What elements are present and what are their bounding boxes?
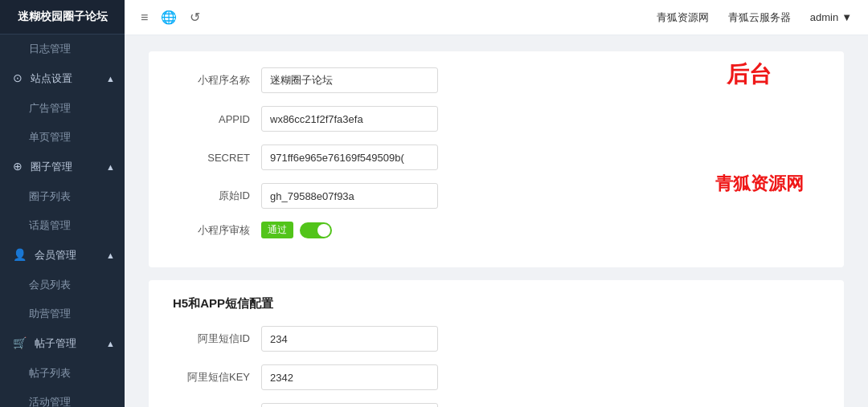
input-ali-sms-id[interactable] — [261, 326, 438, 352]
admin-dropdown[interactable]: admin ▼ — [810, 11, 852, 23]
admin-label: admin — [810, 11, 838, 23]
field-row-origin-id: 原始ID — [173, 183, 820, 209]
sidebar-group-label-post: 帖子管理 — [35, 337, 76, 349]
label-origin-id: 原始ID — [173, 189, 261, 203]
sidebar-item-ads[interactable]: 广告管理 — [0, 94, 125, 123]
link-qinghu-server[interactable]: 青狐云服务器 — [728, 10, 791, 25]
input-ali-sms-key[interactable] — [261, 364, 438, 390]
sms-section-title: H5和APP短信配置 — [173, 296, 820, 311]
member-icon: 👤 — [13, 248, 27, 261]
sidebar-item-member-list[interactable]: 会员列表 — [0, 271, 125, 299]
sidebar-group-post[interactable]: 🛒 帖子管理 ▲ — [0, 328, 125, 359]
input-appid[interactable] — [261, 106, 438, 132]
sidebar-item-single-page[interactable]: 单页管理 — [0, 123, 125, 152]
chevron-down-icon-admin: ▼ — [841, 11, 852, 23]
sidebar-group-label-site: 站点设置 — [31, 72, 72, 84]
review-badge: 通过 — [261, 222, 293, 238]
chevron-up-icon2: ▲ — [106, 162, 115, 172]
topbar: ≡ 🌐 ↺ 青狐资源网 青狐云服务器 admin ▼ — [125, 0, 868, 35]
input-origin-id[interactable] — [261, 183, 438, 209]
sidebar-item-topic[interactable]: 话题管理 — [0, 211, 125, 240]
toggle-wrap-review: 通过 — [261, 222, 332, 238]
label-appid: APPID — [173, 113, 261, 125]
label-app-name: 小程序名称 — [173, 73, 261, 88]
sidebar-group-site-settings[interactable]: ⊙ 站点设置 ▲ — [0, 63, 125, 94]
link-qinghu-resource[interactable]: 青狐资源网 — [657, 10, 709, 25]
input-secret[interactable] — [261, 144, 438, 170]
menu-icon[interactable]: ≡ — [141, 10, 148, 25]
sidebar-item-post-list[interactable]: 帖子列表 — [0, 359, 125, 388]
field-row-review: 小程序审核 通过 — [173, 222, 820, 238]
sidebar-item-log[interactable]: 日志管理 — [0, 35, 125, 63]
field-row-secret: SECRET — [173, 144, 820, 170]
globe-icon[interactable]: 🌐 — [161, 10, 177, 25]
circle-icon: ⊕ — [13, 160, 23, 173]
sidebar-item-circle-list[interactable]: 圈子列表 — [0, 182, 125, 211]
topbar-right: 青狐资源网 青狐云服务器 admin ▼ — [657, 10, 852, 25]
refresh-icon[interactable]: ↺ — [190, 10, 200, 25]
field-row-app-name: 小程序名称 — [173, 67, 820, 93]
topbar-left: ≡ 🌐 ↺ — [141, 10, 200, 25]
label-secret: SECRET — [173, 152, 261, 164]
chevron-up-icon: ▲ — [106, 74, 115, 83]
miniprogram-card: 小程序名称 APPID SECRET 原始ID 小程序审核 通过 — [149, 51, 844, 267]
toggle-review[interactable] — [300, 222, 332, 238]
input-sms-template-id[interactable] — [261, 403, 438, 407]
field-row-sms-template-id: 短信模板ID — [173, 403, 820, 407]
chevron-up-icon4: ▲ — [106, 339, 115, 348]
sidebar-group-label-circle: 圈子管理 — [31, 161, 72, 173]
main-wrap: ≡ 🌐 ↺ 青狐资源网 青狐云服务器 admin ▼ 后台 青狐资源网 小程序名… — [125, 0, 868, 407]
field-row-ali-sms-id: 阿里短信ID — [173, 326, 820, 352]
label-review: 小程序审核 — [173, 223, 261, 238]
label-ali-sms-key: 阿里短信KEY — [173, 370, 261, 385]
sidebar-group-circle[interactable]: ⊕ 圈子管理 ▲ — [0, 152, 125, 182]
sidebar-group-label-member: 会员管理 — [35, 249, 76, 261]
label-ali-sms-id: 阿里短信ID — [173, 332, 261, 346]
sidebar-item-activity[interactable]: 活动管理 — [0, 388, 125, 407]
chevron-up-icon3: ▲ — [106, 250, 115, 260]
content-area: 后台 青狐资源网 小程序名称 APPID SECRET 原始ID 小程序审核 — [125, 35, 868, 407]
site-settings-icon: ⊙ — [13, 71, 23, 84]
input-app-name[interactable] — [261, 67, 438, 93]
sms-card: H5和APP短信配置 阿里短信ID 阿里短信KEY 短信模板ID 短信签名 短信… — [149, 280, 844, 407]
sidebar-logo: 迷糊校园圈子论坛 — [0, 0, 125, 35]
field-row-appid: APPID — [173, 106, 820, 132]
sidebar-item-reward[interactable]: 助营管理 — [0, 299, 125, 328]
sidebar: 迷糊校园圈子论坛 日志管理 ⊙ 站点设置 ▲ 广告管理 单页管理 ⊕ 圈子管理 … — [0, 0, 125, 407]
field-row-ali-sms-key: 阿里短信KEY — [173, 364, 820, 390]
post-icon: 🛒 — [13, 336, 27, 349]
sidebar-group-member[interactable]: 👤 会员管理 ▲ — [0, 240, 125, 271]
